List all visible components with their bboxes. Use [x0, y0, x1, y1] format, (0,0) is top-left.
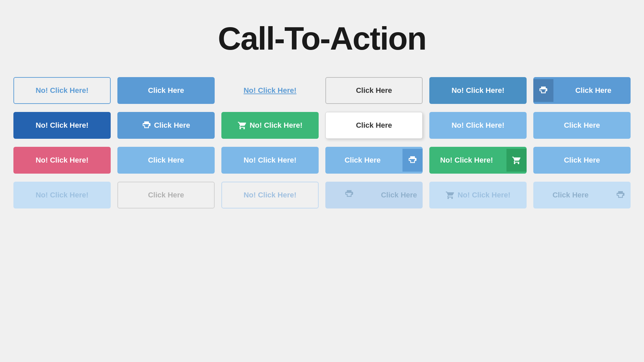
btn-r1c1[interactable]: No! Click Here! [13, 77, 111, 104]
page-title: Call-To-Action [218, 20, 426, 57]
btn-r1c2[interactable]: Click Here [117, 77, 215, 104]
btn-r4c3: No! Click Here! [221, 182, 319, 208]
cart-icon [445, 190, 455, 200]
printer-icon [539, 86, 548, 95]
btn-r2c6[interactable]: Click Here [533, 112, 631, 139]
btn-r3c2[interactable]: Click Here [117, 147, 215, 174]
printer-icon-section [533, 79, 553, 102]
btn-r3c6[interactable]: Click Here [533, 147, 631, 174]
button-grid: No! Click Here! Click Here No! Click Her… [13, 77, 631, 208]
btn-r1c5[interactable]: No! Click Here! [429, 77, 527, 104]
printer-icon [142, 121, 151, 130]
printer-icon [408, 156, 417, 165]
btn-r4c4: Click Here [325, 182, 423, 208]
cart-icon [512, 156, 521, 165]
btn-r3c4[interactable]: Click Here [325, 147, 423, 174]
cart-icon-section [506, 149, 527, 172]
btn-r4c5: No! Click Here! [429, 182, 527, 208]
btn-r2c3[interactable]: No! Click Here! [221, 112, 319, 139]
printer-icon-section [610, 184, 631, 206]
btn-r3c1[interactable]: No! Click Here! [13, 147, 111, 174]
btn-r2c1[interactable]: No! Click Here! [13, 112, 111, 139]
btn-r2c5[interactable]: No! Click Here! [429, 112, 527, 139]
printer-icon [344, 189, 354, 199]
printer-icon-section [402, 149, 423, 172]
btn-r4c1: No! Click Here! [13, 182, 111, 208]
btn-r2c4[interactable]: Click Here [325, 112, 423, 139]
btn-r1c4[interactable]: Click Here [325, 77, 423, 104]
btn-r4c6: Click Here [533, 182, 631, 208]
btn-r4c2: Click Here [117, 182, 215, 208]
btn-r1c6[interactable]: Click Here [533, 77, 631, 104]
cart-icon [237, 121, 247, 130]
btn-r3c3[interactable]: No! Click Here! [221, 147, 319, 174]
btn-r1c3[interactable]: No! Click Here! [221, 77, 319, 104]
printer-icon [616, 190, 625, 200]
btn-r2c2[interactable]: Click Here [117, 112, 215, 139]
btn-r3c5[interactable]: No! Click Here! [429, 147, 527, 174]
